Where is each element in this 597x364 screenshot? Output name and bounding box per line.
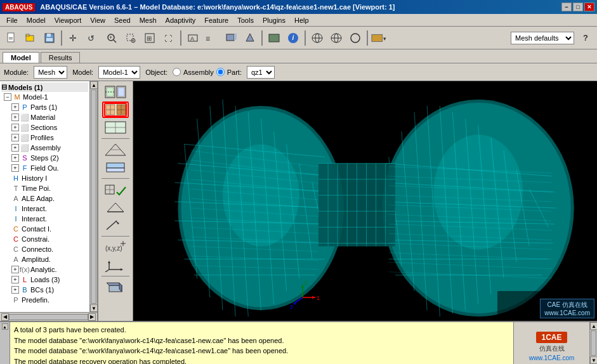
tree-steps[interactable]: + S Steps (2) — [1, 153, 88, 163]
module-select[interactable]: Mesh — [34, 66, 67, 79]
zoom-button[interactable]: + — [103, 30, 121, 46]
tree-interact1[interactable]: I Interact. — [1, 204, 88, 214]
close-button[interactable]: ✕ — [584, 3, 594, 11]
pan-button[interactable]: ⛶ — [160, 30, 178, 46]
tree-exp-profiles[interactable]: + — [11, 134, 19, 141]
edit-mesh-btn[interactable] — [102, 217, 129, 233]
info-button[interactable]: i — [284, 30, 302, 46]
view1-button[interactable]: A — [184, 30, 202, 46]
tree-exp-bcs[interactable]: + — [11, 286, 19, 294]
tree-exp-loads[interactable]: + — [11, 276, 19, 283]
scroll-up-btn[interactable]: ▲ — [90, 81, 97, 89]
mesh-defaults-select[interactable]: Mesh defaults — [511, 32, 574, 44]
assign-stack-btn[interactable] — [102, 159, 129, 176]
menu-plugins[interactable]: Plugins — [259, 16, 289, 25]
scroll-thumb[interactable] — [91, 89, 96, 304]
tree-sections[interactable]: + ⬜ Sections — [1, 122, 88, 133]
scroll-down-btn[interactable]: ▼ — [90, 304, 97, 312]
tree-assembly[interactable]: + ⬜ Assembly — [1, 143, 88, 153]
menu-viewport[interactable]: Viewport — [51, 16, 86, 25]
console-scroll-up-btn[interactable]: ▲ — [590, 322, 597, 330]
help-button[interactable]: ? — [577, 30, 594, 46]
tree-exp-analytic[interactable]: + — [11, 266, 19, 273]
tree-connector[interactable]: C Connecto. — [1, 244, 88, 254]
tree-exp-fieldout[interactable]: + — [11, 164, 19, 172]
display-opts-button[interactable] — [265, 30, 283, 46]
mesh-region-btn[interactable] — [102, 119, 129, 136]
view2-button[interactable]: ≡ — [203, 30, 221, 46]
hscroll-left-btn[interactable]: ◀ — [1, 313, 9, 321]
console-scroll-up[interactable]: ▲ — [2, 323, 8, 330]
menu-view[interactable]: View — [86, 16, 109, 25]
tree-interact2[interactable]: I Interact. — [1, 214, 88, 224]
part-select[interactable]: qz1 — [247, 66, 275, 79]
move-button[interactable]: ✛ — [65, 30, 82, 46]
extrude-btn[interactable] — [102, 279, 129, 296]
minimize-button[interactable]: − — [561, 3, 572, 11]
tree-history[interactable]: H History I — [1, 173, 88, 183]
menu-adaptivity[interactable]: Adaptivity — [162, 16, 200, 25]
odb2-button[interactable] — [327, 30, 345, 46]
menu-tools[interactable]: Tools — [233, 16, 258, 25]
assign-element-btn[interactable] — [102, 141, 129, 158]
tree-amplitude-label: Amplitud. — [22, 256, 51, 263]
menu-model[interactable]: Model — [23, 16, 49, 25]
console-scroll-down-btn[interactable]: ▼ — [590, 356, 597, 364]
tree-exp-assembly[interactable]: + — [11, 144, 19, 152]
zoom-all-button[interactable]: ⊞ — [141, 30, 159, 46]
tree-predefine[interactable]: P Predefin. — [1, 295, 88, 305]
tree-exp-materials[interactable]: + — [11, 114, 19, 121]
tab-results[interactable]: Results — [41, 52, 81, 63]
tree-loads[interactable]: + L Loads (3) — [1, 275, 88, 285]
circle-btn[interactable] — [346, 30, 364, 46]
tree-exp-model1[interactable]: − — [4, 93, 11, 101]
tree-constraint[interactable]: C Constrai. — [1, 234, 88, 244]
tree-ale[interactable]: A ALE Adap. — [1, 193, 88, 204]
left-panel: ⊟ Models (1) − M Model-1 + P Parts (1) — [0, 81, 98, 321]
open-button[interactable] — [22, 30, 39, 46]
seed-part-btn[interactable] — [102, 84, 129, 100]
tree-profiles[interactable]: + ⬜ Profiles — [1, 133, 88, 143]
tree-timepoint[interactable]: T Time Poi. — [1, 183, 88, 193]
view3-button[interactable] — [222, 30, 240, 46]
verify-mesh-btn[interactable] — [102, 181, 129, 198]
rotate-button[interactable]: ↺ — [84, 30, 102, 46]
save-button[interactable] — [41, 30, 58, 46]
hscroll-right-btn[interactable]: ▶ — [88, 313, 96, 321]
xyz-transform-btn[interactable] — [102, 257, 129, 273]
svg-line-58 — [107, 221, 117, 230]
console-vthumb[interactable] — [591, 330, 596, 356]
transform-btn[interactable]: (x,y,z) — [102, 239, 129, 256]
tree-parts[interactable]: + P Parts (1) — [1, 102, 88, 112]
options-button[interactable]: ▾ — [371, 30, 388, 46]
menu-mesh[interactable]: Mesh — [136, 16, 161, 25]
mesh-part-btn[interactable] — [102, 101, 129, 118]
tree-materials[interactable]: + ⬜ Material — [1, 112, 88, 122]
menu-feature[interactable]: Feature — [200, 16, 232, 25]
tree-analytic[interactable]: + f(x) Analytic. — [1, 264, 88, 275]
odb1-button[interactable] — [308, 30, 326, 46]
tree-fieldout[interactable]: + F Field Ou. — [1, 163, 88, 173]
tree-amplitude[interactable]: A Amplitud. — [1, 254, 88, 264]
maximize-button[interactable]: □ — [573, 3, 583, 11]
zoom-box-button[interactable]: + — [122, 30, 140, 46]
tree-contact[interactable]: C Contact I. — [1, 224, 88, 234]
tab-model[interactable]: Model — [3, 52, 39, 63]
viewport[interactable]: 1 2 3 CAE 仿真在线 www.1CAE.com — [133, 81, 597, 321]
radio-part[interactable] — [216, 68, 225, 76]
view4-button[interactable] — [241, 30, 259, 46]
tree-bcs[interactable]: + B BCs (1) — [1, 285, 88, 295]
improve-mesh-btn[interactable] — [102, 199, 129, 216]
new-button[interactable] — [3, 30, 20, 46]
radio-assembly[interactable] — [173, 68, 181, 76]
menu-file[interactable]: File — [3, 16, 22, 25]
tree-exp-parts[interactable]: + — [11, 103, 19, 111]
menu-help[interactable]: Help — [291, 16, 313, 25]
hscroll-thumb[interactable] — [9, 314, 88, 320]
tree-model1[interactable]: − M Model-1 — [1, 92, 88, 102]
tree-exp-sections[interactable]: + — [11, 124, 19, 131]
menu-seed[interactable]: Seed — [110, 16, 134, 25]
tree-exp-steps[interactable]: + — [11, 154, 19, 162]
tree-scrollbar[interactable]: ▲ ▼ — [89, 81, 97, 312]
model-select[interactable]: Model-1 — [98, 66, 140, 79]
